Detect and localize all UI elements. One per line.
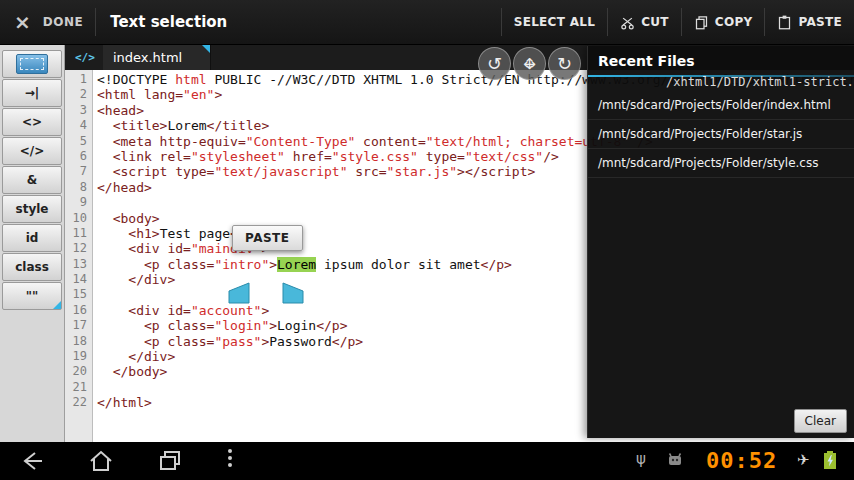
usb-icon: ψ [636, 450, 646, 468]
code-token [97, 257, 144, 272]
code-token: </div> [128, 272, 175, 287]
code-token: </p> [316, 318, 347, 333]
code-token: <script type= [113, 164, 215, 179]
line-number: 1 [65, 72, 92, 87]
snippet-sidebar: →| <> </> & style id class "" [0, 44, 65, 442]
sidebar-button-tab[interactable]: →| [2, 79, 62, 107]
code-icon: </> [75, 51, 95, 64]
page-title: Text selection [110, 13, 227, 31]
home-button[interactable] [88, 450, 114, 472]
line-number: 14 [65, 272, 92, 287]
code-token: "login" [214, 318, 269, 333]
sidebar-button-selection-mode[interactable] [2, 50, 62, 78]
cut-button[interactable]: CUT [608, 0, 681, 44]
clock: 00:52 [706, 448, 777, 473]
line-number: 22 [65, 395, 92, 410]
select-all-button[interactable]: SELECT ALL [502, 0, 607, 44]
action-bar-left: × DONE Text selection [0, 0, 227, 44]
app-screen: × DONE Text selection SELECT ALL CUT [0, 0, 854, 480]
recent-files-title: Recent Files [588, 46, 854, 75]
code-token [97, 364, 113, 379]
recent-file-item[interactable]: /mnt/sdcard/Projects/Folder/star.js [588, 120, 854, 149]
line-number: 20 [65, 364, 92, 379]
selection-handle-left[interactable] [228, 282, 250, 308]
line-number: 4 [65, 118, 92, 133]
code-token: type= [418, 149, 465, 164]
code-token: "text/css" [465, 149, 543, 164]
recent-files-panel: Recent Files /xhtml1/DTD/xhtml1-strict.d… [587, 46, 854, 438]
code-token: <h1> [128, 226, 159, 241]
code-token: </p> [481, 257, 512, 272]
code-token: <meta http-equiv= [113, 134, 246, 149]
sidebar-button-style[interactable]: style [2, 195, 62, 223]
code-token [97, 241, 128, 256]
code-token: > [269, 318, 277, 333]
code-token [97, 334, 144, 349]
recent-file-item[interactable]: /mnt/sdcard/Projects/Folder/style.css [588, 149, 854, 178]
button-corner-icon [53, 301, 61, 309]
redo-icon: ↻ [557, 53, 572, 74]
copy-icon [694, 15, 709, 30]
recent-file-item[interactable]: /mnt/sdcard/Projects/Folder/index.html [588, 91, 854, 120]
code-token: <!DOCTYPE [97, 72, 175, 87]
paste-button[interactable]: PASTE [765, 0, 854, 44]
code-overflow-text: /xhtml1/DTD/xhtml1-strict.dtd [666, 75, 854, 89]
code-token: ipsum dolor sit amet [316, 257, 480, 272]
paste-icon [777, 15, 792, 30]
code-token: "star.js" [387, 164, 457, 179]
code-token: > [261, 303, 269, 318]
code-token: "style.css" [332, 149, 418, 164]
back-button[interactable] [20, 450, 46, 472]
line-number: 9 [65, 195, 92, 210]
code-token: "stylesheet" [191, 149, 285, 164]
battery-icon [822, 450, 838, 471]
code-token: Login [277, 318, 316, 333]
code-token: <div id= [128, 303, 191, 318]
code-token: "text/javascript" [214, 164, 347, 179]
active-tab-corner-icon [201, 44, 210, 53]
redo-button[interactable]: ↻ [548, 47, 581, 80]
code-token: content= [355, 134, 425, 149]
menu-dot [228, 463, 232, 467]
paste-label: PASTE [798, 15, 842, 29]
code-token: "pass" [214, 334, 261, 349]
code-token: "en" [183, 87, 214, 102]
move-cursor-button[interactable]: ↔ ↕ [513, 47, 546, 80]
line-number: 21 [65, 380, 92, 395]
sidebar-button-class[interactable]: class [2, 253, 62, 281]
code-token: </html> [97, 395, 152, 410]
code-token: "intro" [214, 257, 269, 272]
recent-apps-button[interactable] [157, 450, 183, 472]
done-button[interactable]: DONE [43, 15, 83, 29]
sidebar-button-quotes[interactable]: "" [2, 282, 62, 310]
sidebar-button-angle-brackets[interactable]: <> [2, 108, 62, 136]
tab-index-html[interactable]: index.html [103, 44, 211, 70]
line-number: 11 [65, 226, 92, 241]
line-number: 12 [65, 241, 92, 256]
menu-overflow-button[interactable] [228, 449, 232, 467]
selected-text[interactable]: Lorem [277, 257, 316, 272]
clear-button[interactable]: Clear [794, 409, 847, 433]
code-token: <p class= [144, 257, 214, 272]
code-token [97, 303, 128, 318]
line-number: 16 [65, 303, 92, 318]
undo-button[interactable]: ↺ [478, 47, 511, 80]
divider [95, 8, 96, 36]
sidebar-button-ampersand[interactable]: & [2, 166, 62, 194]
line-number: 19 [65, 349, 92, 364]
paste-popup-button[interactable]: PASTE [232, 225, 303, 251]
code-token: <body> [113, 211, 160, 226]
action-bar-right: SELECT ALL CUT COPY [501, 0, 854, 44]
line-number: 18 [65, 334, 92, 349]
selection-handle-right[interactable] [282, 282, 304, 308]
code-token: </head> [97, 180, 152, 195]
sidebar-button-close-tag[interactable]: </> [2, 137, 62, 165]
cut-label: CUT [641, 15, 669, 29]
sidebar-button-id[interactable]: id [2, 224, 62, 252]
code-token: /> [543, 149, 559, 164]
copy-button[interactable]: COPY [682, 0, 765, 44]
close-icon[interactable]: × [0, 10, 43, 34]
line-number: 10 [65, 211, 92, 226]
usb-debug-icon [666, 452, 684, 468]
action-bar: × DONE Text selection SELECT ALL CUT [0, 0, 854, 45]
